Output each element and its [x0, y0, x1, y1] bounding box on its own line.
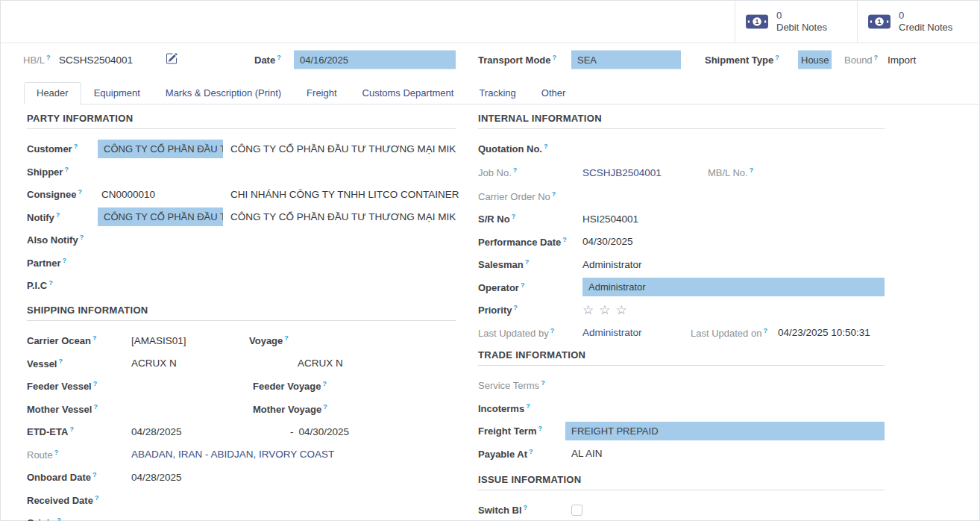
onboard-date-value[interactable]: 04/28/2025	[131, 472, 182, 483]
notify-field[interactable]: CÔNG TY CỔ PHẦN ĐẦU TƯ THƯƠNG MẠI MIK	[98, 208, 223, 226]
help-icon: ?	[78, 188, 82, 196]
notify-row: Notify? CÔNG TY CỔ PHẦN ĐẦU TƯ THƯƠNG MẠ…	[27, 206, 456, 229]
help-icon: ?	[538, 425, 543, 432]
help-icon: ?	[874, 53, 879, 60]
section-title: ISSUE INFORMATION	[478, 474, 885, 485]
transport-mode-field[interactable]: SEA	[571, 50, 681, 69]
bound-value[interactable]: Import	[888, 54, 916, 65]
switch-bl-row: Switch Bl?	[478, 499, 885, 521]
hbl-number: SCSHS2504001	[59, 54, 133, 65]
job-no-row: Job No.? SCSHJB2504001 MB/L No.?	[478, 160, 885, 185]
hbl-label: HB/L?	[23, 53, 50, 65]
help-icon: ?	[63, 257, 67, 264]
trade-information-section: TRADE INFORMATION Service Terms? Incoter…	[478, 349, 885, 465]
help-icon: ?	[553, 53, 557, 60]
help-icon: ?	[48, 279, 53, 287]
tab-freight[interactable]: Freight	[294, 82, 349, 104]
quotation-no-row: Quotation No.?	[478, 137, 885, 160]
performance-date-row: Performance Date? 04/30/2025	[478, 231, 885, 254]
salesman-value[interactable]: Administrator	[582, 259, 642, 270]
priority-stars-rating[interactable]: ☆☆☆	[582, 302, 632, 318]
operator-field[interactable]: Administrator	[582, 278, 885, 296]
salesman-row: Salesman? Administrator	[478, 253, 885, 276]
last-updated-by-label: Last Updated by?	[478, 327, 582, 339]
debit-notes-label: Debit Notes	[776, 22, 827, 34]
etd-value[interactable]: 04/28/2025	[131, 426, 290, 437]
sr-no-value[interactable]: HSI2504001	[582, 213, 638, 225]
also-notify-label: Also Notify?	[27, 234, 116, 246]
section-title: TRADE INFORMATION	[478, 349, 885, 361]
performance-date-label: Performance Date?	[478, 236, 582, 248]
shipping-information-section: SHIPPING INFORMATION Carrier Ocean? [AMA…	[27, 305, 456, 521]
debit-notes-button[interactable]: 1 0 Debit Notes	[735, 1, 857, 43]
etd-eta-row: ETD-ETA? 04/28/2025 - 04/30/2025	[27, 420, 456, 443]
route-row: Route? ABADAN, IRAN - ABIDJAN, IRVORY CO…	[27, 443, 456, 467]
help-icon: ?	[277, 53, 281, 60]
help-icon: ?	[541, 379, 545, 387]
notify-name: CÔNG TY CỔ PHẦN ĐẦU TƯ THƯƠNG MẠI MIK	[230, 211, 456, 222]
priority-row: Priority? ☆☆☆	[478, 299, 885, 322]
switch-bl-label: Switch Bl?	[478, 504, 571, 516]
route-value[interactable]: ABADAN, IRAN - ABIDJAN, IRVORY COAST	[131, 449, 334, 460]
freight-term-row: Freight Term? FREIGHT PREPAID	[478, 419, 885, 443]
incoterms-row: Incoterms?	[478, 397, 885, 420]
payable-at-value[interactable]: AL AIN	[565, 448, 603, 459]
shipment-type-field[interactable]: House	[798, 50, 832, 69]
customer-label: Customer?	[27, 143, 98, 155]
tab-customs-department[interactable]: Customs Department	[350, 82, 467, 104]
section-title: PARTY INFORMATION	[27, 113, 456, 124]
credit-notes-count: 0	[899, 10, 952, 22]
help-icon: ?	[54, 449, 59, 456]
route-label: Route?	[27, 449, 131, 461]
customer-name: CÔNG TY CỔ PHẦN ĐẦU TƯ THƯƠNG MẠI MIK	[230, 143, 456, 155]
tab-marks-description[interactable]: Marks & Description (Print)	[153, 82, 294, 104]
tab-tracking[interactable]: Tracking	[466, 82, 528, 104]
tab-other[interactable]: Other	[529, 82, 579, 104]
help-icon: ?	[93, 380, 98, 387]
credit-notes-label: Credit Notes	[899, 22, 952, 34]
help-icon: ?	[775, 53, 779, 60]
carrier-ocean-value[interactable]: [AMASIS01]	[131, 335, 249, 346]
help-icon: ?	[93, 403, 98, 411]
switch-bl-checkbox[interactable]	[571, 505, 582, 516]
tab-equipment[interactable]: Equipment	[81, 82, 153, 104]
performance-date-value[interactable]: 04/30/2025	[582, 236, 633, 247]
section-title: SHIPPING INFORMATION	[27, 305, 456, 316]
credit-notes-button[interactable]: 1 0 Credit Notes	[857, 1, 979, 43]
help-icon: ?	[525, 258, 530, 266]
voyage-label: Voyage?	[249, 334, 289, 346]
vessel-label: Vessel?	[27, 358, 131, 369]
help-icon: ?	[526, 402, 530, 410]
help-icon: ?	[74, 143, 78, 150]
job-no-value[interactable]: SCSHJB2504001	[582, 167, 708, 178]
voyage-value[interactable]: ACRUX N	[298, 358, 343, 369]
partner-row: Partner?	[27, 252, 456, 275]
etd-eta-label: ETD-ETA?	[27, 425, 131, 437]
help-icon: ?	[512, 213, 516, 220]
help-icon: ?	[524, 504, 528, 511]
date-field[interactable]: 04/16/2025	[294, 50, 456, 69]
tab-header[interactable]: Header	[24, 82, 81, 104]
job-no-label: Job No.?	[478, 166, 582, 178]
sr-no-label: S/R No?	[478, 213, 582, 225]
incoterms-label: Incoterms?	[478, 402, 565, 414]
help-icon: ?	[552, 190, 556, 198]
freight-term-field[interactable]: FREIGHT PREPAID	[565, 422, 885, 440]
help-icon: ?	[92, 334, 97, 342]
svg-text:1: 1	[756, 18, 759, 25]
edit-hbl-icon[interactable]	[166, 52, 178, 66]
sr-no-row: S/R No? HSI2504001	[478, 208, 885, 231]
etd-eta-separator: -	[290, 426, 294, 437]
salesman-label: Salesman?	[478, 258, 582, 270]
help-icon: ?	[59, 358, 63, 365]
last-updated-by-value[interactable]: Administrator	[582, 327, 691, 338]
customer-field[interactable]: CÔNG TY CỔ PHẦN ĐẦU TƯ THƯƠNG MẠI MIK	[98, 140, 223, 158]
notify-label: Notify?	[27, 211, 98, 223]
consignee-code[interactable]: CN0000010	[98, 189, 223, 200]
payable-at-row: Payable At? AL AIN	[478, 443, 885, 466]
eta-value[interactable]: 04/30/2025	[299, 426, 350, 437]
shipper-row: Shipper?	[27, 160, 456, 184]
help-icon: ?	[64, 166, 69, 173]
vessel-value[interactable]: ACRUX N	[131, 358, 298, 369]
last-updated-on-label: Last Updated on?	[691, 327, 778, 339]
